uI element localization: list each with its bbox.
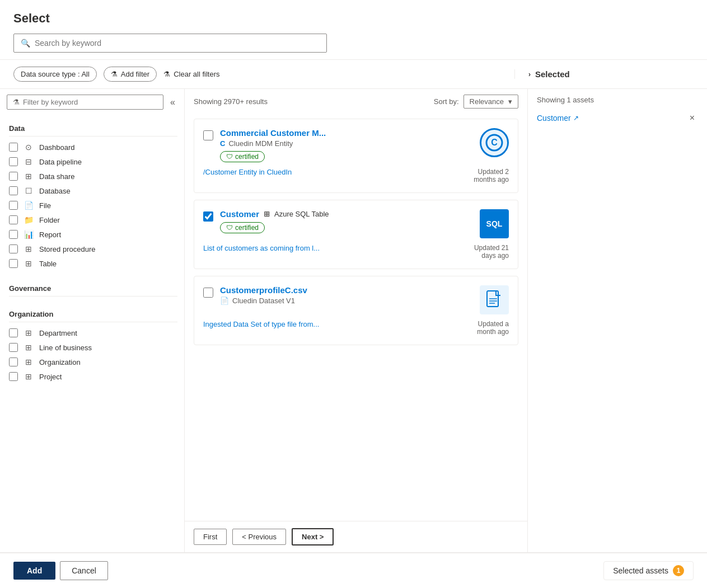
selected-assets-badge[interactable]: Selected assets 1 xyxy=(603,561,694,580)
sidebar-item-folder[interactable]: 📁 Folder xyxy=(9,213,177,227)
sidebar-item-organization[interactable]: ⊞ Organization xyxy=(9,355,177,369)
database-icon: ☐ xyxy=(24,186,34,195)
cancel-button[interactable]: Cancel xyxy=(60,561,108,580)
sidebar-item-line-of-business[interactable]: ⊞ Line of business xyxy=(9,340,177,355)
sidebar-item-department[interactable]: ⊞ Department xyxy=(9,326,177,340)
sidebar-filter-input[interactable] xyxy=(23,98,157,106)
asset-1-checkbox[interactable] xyxy=(203,130,213,140)
footer: Add Cancel Selected assets 1 xyxy=(0,552,707,588)
chevron-right-icon: › xyxy=(528,70,531,78)
sidebar-item-stored-procedure[interactable]: ⊞ Stored procedure xyxy=(9,242,177,256)
dashboard-icon: ⊙ xyxy=(24,143,34,152)
asset-1-subtitle: C Cluedin MDM Entity xyxy=(220,139,473,148)
collapse-sidebar-button[interactable]: « xyxy=(168,95,177,110)
previous-page-button[interactable]: < Previous xyxy=(232,529,286,545)
selected-item-customer: Customer ↗ × xyxy=(537,110,698,126)
stored-procedure-icon: ⊞ xyxy=(24,244,34,253)
sidebar: ⚗ « Data ⊙ Dashboard ⊟ Data pipeline xyxy=(0,89,185,552)
data-share-icon: ⊞ xyxy=(24,172,34,181)
sidebar-item-file[interactable]: 📄 File xyxy=(9,198,177,213)
asset-3-title[interactable]: CustomerprofileC.csv xyxy=(220,285,473,295)
certified-icon-1: 🛡 xyxy=(226,153,233,161)
main-content: ⚗ « Data ⊙ Dashboard ⊟ Data pipeline xyxy=(0,89,707,552)
sidebar-filter-bar: ⚗ « xyxy=(0,89,184,115)
project-checkbox[interactable] xyxy=(9,372,18,381)
next-page-button[interactable]: Next > xyxy=(292,528,334,545)
sidebar-item-report[interactable]: 📊 Report xyxy=(9,227,177,242)
asset-1-title[interactable]: Commercial Customer M... xyxy=(220,128,473,138)
search-icon: 🔍 xyxy=(21,39,30,48)
cluedin-svg-1: C xyxy=(485,134,503,152)
remove-customer-button[interactable]: × xyxy=(686,112,698,124)
sidebar-item-dashboard[interactable]: ⊙ Dashboard xyxy=(9,140,177,154)
report-label: Report xyxy=(39,231,61,239)
sort-select[interactable]: Relevance ▾ xyxy=(463,95,518,109)
sidebar-section-organization: Organization xyxy=(9,305,177,322)
asset-card-2: Customer ⊞ Azure SQL Table 🛡 certified S… xyxy=(194,200,518,269)
sidebar-filter-input-container: ⚗ xyxy=(7,95,163,110)
organization-label: Organization xyxy=(39,358,81,366)
table-label: Table xyxy=(39,260,57,268)
table-checkbox[interactable] xyxy=(9,259,18,268)
add-button[interactable]: Add xyxy=(13,562,55,580)
toolbar: Data source type : All ⚗ Add filter ⚗ Cl… xyxy=(0,60,707,89)
header: Select 🔍 xyxy=(0,0,707,60)
sidebar-item-data-pipeline[interactable]: ⊟ Data pipeline xyxy=(9,154,177,169)
data-pipeline-checkbox[interactable] xyxy=(9,157,18,166)
folder-checkbox[interactable] xyxy=(9,215,18,224)
file-checkbox[interactable] xyxy=(9,201,18,210)
organization-checkbox[interactable] xyxy=(9,357,18,366)
database-label: Database xyxy=(39,187,71,195)
asset-3-subtitle: 📄 Cluedin Dataset V1 xyxy=(220,297,473,305)
add-filter-button[interactable]: ⚗ Add filter xyxy=(104,67,157,82)
clear-filters-button[interactable]: ⚗ Clear all filters xyxy=(163,70,219,78)
asset-2-path: List of customers as coming from l... xyxy=(203,244,320,252)
asset-2-checkbox[interactable] xyxy=(203,211,213,222)
selected-panel: Showing 1 assets Customer ↗ × xyxy=(528,89,707,552)
first-page-button[interactable]: First xyxy=(194,529,227,545)
department-icon: ⊞ xyxy=(24,328,34,337)
data-pipeline-icon: ⊟ xyxy=(24,157,34,166)
asset-1-updated: Updated 2months ago xyxy=(474,168,509,184)
stored-procedure-label: Stored procedure xyxy=(39,245,95,253)
dashboard-checkbox[interactable] xyxy=(9,143,18,152)
asset-2-title[interactable]: Customer ⊞ Azure SQL Table xyxy=(220,209,473,219)
search-input[interactable] xyxy=(35,39,320,48)
asset-2-certified-badge: 🛡 certified xyxy=(220,222,265,233)
pagination: First < Previous Next > xyxy=(185,521,527,552)
line-of-business-label: Line of business xyxy=(39,344,92,352)
file-icon: 📄 xyxy=(24,201,34,210)
results-area: Showing 2970+ results Sort by: Relevance… xyxy=(185,89,528,552)
asset-2-logo: SQL xyxy=(480,209,509,238)
page-title: Select xyxy=(13,11,694,26)
sidebar-item-database[interactable]: ☐ Database xyxy=(9,184,177,198)
sidebar-item-table[interactable]: ⊞ Table xyxy=(9,256,177,271)
project-icon: ⊞ xyxy=(24,372,34,381)
department-label: Department xyxy=(39,329,77,337)
database-checkbox[interactable] xyxy=(9,186,18,195)
stored-procedure-checkbox[interactable] xyxy=(9,244,18,253)
dataset-icon-3: 📄 xyxy=(220,297,229,305)
sidebar-item-project[interactable]: ⊞ Project xyxy=(9,369,177,384)
results-scroll: Commercial Customer M... C Cluedin MDM E… xyxy=(185,114,527,521)
sort-value: Relevance xyxy=(470,97,504,106)
data-pipeline-label: Data pipeline xyxy=(39,158,82,166)
sidebar-section-governance: Governance xyxy=(9,280,177,297)
data-source-filter-button[interactable]: Data source type : All xyxy=(13,67,97,82)
showing-assets-label: Showing 1 assets xyxy=(537,96,698,104)
line-of-business-checkbox[interactable] xyxy=(9,343,18,352)
results-count: Showing 2970+ results xyxy=(194,97,268,106)
department-checkbox[interactable] xyxy=(9,328,18,337)
data-share-checkbox[interactable] xyxy=(9,172,18,181)
dashboard-label: Dashboard xyxy=(39,143,75,152)
selected-customer-link[interactable]: Customer ↗ xyxy=(537,114,579,123)
asset-card-1: Commercial Customer M... C Cluedin MDM E… xyxy=(194,119,518,193)
certified-icon-2: 🛡 xyxy=(226,224,233,232)
data-source-filter-label: Data source type : All xyxy=(21,70,90,78)
sidebar-item-data-share[interactable]: ⊞ Data share xyxy=(9,169,177,184)
report-checkbox[interactable] xyxy=(9,230,18,239)
results-header: Showing 2970+ results Sort by: Relevance… xyxy=(185,89,527,114)
report-icon: 📊 xyxy=(24,230,34,239)
selected-count-badge: 1 xyxy=(673,565,684,576)
asset-3-checkbox[interactable] xyxy=(203,288,213,298)
